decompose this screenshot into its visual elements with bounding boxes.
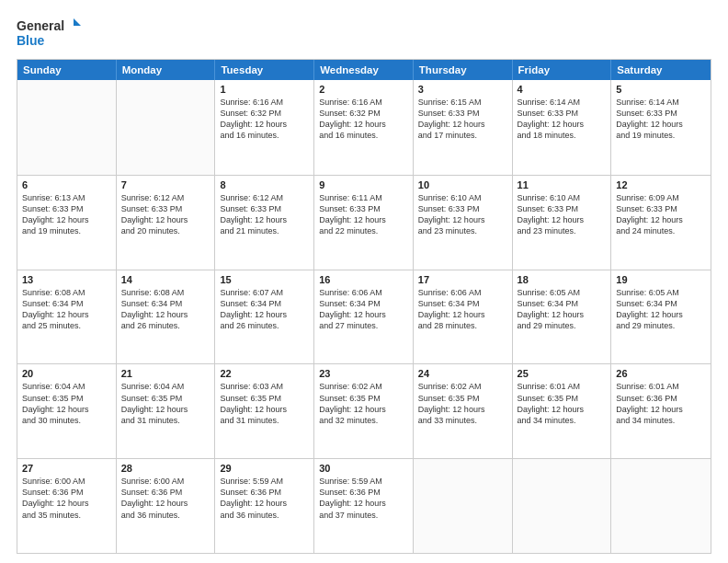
cell-info-line: Daylight: 12 hours	[616, 214, 706, 225]
cell-info-line: Sunrise: 6:06 AM	[418, 287, 507, 298]
day-number: 14	[121, 274, 210, 285]
calendar-page: General Blue SundayMondayTuesdayWednesda…	[0, 0, 728, 563]
calendar-cell-25: 25Sunrise: 6:01 AMSunset: 6:35 PMDayligh…	[513, 364, 612, 458]
cell-info-line: and 34 minutes.	[518, 415, 607, 426]
cell-info-line: Sunset: 6:33 PM	[319, 203, 408, 214]
day-number: 18	[518, 274, 607, 285]
cell-info-line: Sunrise: 6:02 AM	[418, 381, 507, 392]
calendar-cell-empty	[611, 459, 711, 553]
day-number: 8	[220, 179, 309, 190]
cell-info-line: Sunset: 6:33 PM	[22, 203, 111, 214]
cell-info-line: Daylight: 12 hours	[518, 309, 607, 320]
cell-info-line: Daylight: 12 hours	[418, 214, 507, 225]
cell-info-line: and 31 minutes.	[220, 415, 309, 426]
cell-info-line: and 27 minutes.	[319, 320, 408, 331]
calendar-row-3: 20Sunrise: 6:04 AMSunset: 6:35 PMDayligh…	[17, 363, 711, 458]
cell-info-line: Sunrise: 6:14 AM	[518, 97, 607, 108]
cell-info-line: Sunrise: 6:07 AM	[220, 287, 309, 298]
calendar-cell-24: 24Sunrise: 6:02 AMSunset: 6:35 PMDayligh…	[414, 364, 513, 458]
calendar: SundayMondayTuesdayWednesdayThursdayFrid…	[17, 59, 711, 554]
calendar-cell-22: 22Sunrise: 6:03 AMSunset: 6:35 PMDayligh…	[215, 364, 314, 458]
cell-info-line: Sunset: 6:34 PM	[616, 298, 706, 309]
cell-info-line: Sunset: 6:35 PM	[319, 393, 408, 404]
cell-info-line: and 24 minutes.	[616, 225, 706, 236]
day-number: 4	[518, 84, 607, 95]
calendar-cell-3: 3Sunrise: 6:15 AMSunset: 6:33 PMDaylight…	[414, 80, 513, 175]
cell-info-line: Daylight: 12 hours	[616, 309, 706, 320]
svg-text:Blue: Blue	[17, 33, 45, 48]
cell-info-line: Sunrise: 6:05 AM	[518, 287, 607, 298]
cell-info-line: Sunrise: 6:08 AM	[121, 287, 210, 298]
calendar-cell-12: 12Sunrise: 6:09 AMSunset: 6:33 PMDayligh…	[611, 176, 711, 270]
cell-info-line: Daylight: 12 hours	[418, 119, 507, 130]
cell-info-line: Sunrise: 5:59 AM	[319, 476, 408, 487]
calendar-cell-14: 14Sunrise: 6:08 AMSunset: 6:34 PMDayligh…	[117, 270, 216, 364]
cell-info-line: Daylight: 12 hours	[616, 404, 706, 415]
day-number: 29	[220, 463, 309, 474]
day-number: 25	[518, 368, 607, 379]
cell-info-line: and 36 minutes.	[220, 510, 309, 521]
cell-info-line: Sunrise: 5:59 AM	[220, 476, 309, 487]
calendar-cell-10: 10Sunrise: 6:10 AMSunset: 6:33 PMDayligh…	[414, 176, 513, 270]
cell-info-line: Sunset: 6:33 PM	[121, 203, 210, 214]
svg-text:General: General	[17, 18, 64, 33]
cell-info-line: and 26 minutes.	[121, 320, 210, 331]
calendar-cell-6: 6Sunrise: 6:13 AMSunset: 6:33 PMDaylight…	[17, 176, 117, 270]
cell-info-line: Daylight: 12 hours	[418, 309, 507, 320]
cell-info-line: Sunrise: 6:16 AM	[220, 97, 309, 108]
cell-info-line: Sunrise: 6:02 AM	[319, 381, 408, 392]
cell-info-line: Daylight: 12 hours	[121, 498, 210, 509]
cell-info-line: Sunset: 6:35 PM	[220, 393, 309, 404]
cell-info-line: and 33 minutes.	[418, 415, 507, 426]
cell-info-line: Daylight: 12 hours	[220, 214, 309, 225]
calendar-cell-20: 20Sunrise: 6:04 AMSunset: 6:35 PMDayligh…	[17, 364, 117, 458]
cell-info-line: Daylight: 12 hours	[616, 119, 706, 130]
logo: General Blue	[17, 17, 81, 50]
cell-info-line: Daylight: 12 hours	[22, 309, 111, 320]
cell-info-line: and 20 minutes.	[121, 225, 210, 236]
cell-info-line: and 19 minutes.	[616, 130, 706, 141]
cell-info-line: Sunset: 6:33 PM	[518, 203, 607, 214]
calendar-cell-13: 13Sunrise: 6:08 AMSunset: 6:34 PMDayligh…	[17, 270, 117, 364]
cell-info-line: and 16 minutes.	[319, 130, 408, 141]
day-number: 1	[220, 84, 309, 95]
day-number: 21	[121, 368, 210, 379]
calendar-cell-26: 26Sunrise: 6:01 AMSunset: 6:36 PMDayligh…	[611, 364, 711, 458]
logo-svg: General Blue	[17, 17, 81, 50]
cell-info-line: Sunrise: 6:05 AM	[616, 287, 706, 298]
cell-info-line: Sunset: 6:34 PM	[418, 298, 507, 309]
cell-info-line: and 25 minutes.	[22, 320, 111, 331]
cell-info-line: and 21 minutes.	[220, 225, 309, 236]
calendar-cell-9: 9Sunrise: 6:11 AMSunset: 6:33 PMDaylight…	[314, 176, 414, 270]
calendar-cell-18: 18Sunrise: 6:05 AMSunset: 6:34 PMDayligh…	[513, 270, 612, 364]
cell-info-line: and 26 minutes.	[220, 320, 309, 331]
day-header-wednesday: Wednesday	[314, 60, 414, 80]
calendar-cell-8: 8Sunrise: 6:12 AMSunset: 6:33 PMDaylight…	[215, 176, 314, 270]
calendar-cell-5: 5Sunrise: 6:14 AMSunset: 6:33 PMDaylight…	[611, 80, 711, 175]
calendar-cell-4: 4Sunrise: 6:14 AMSunset: 6:33 PMDaylight…	[513, 80, 612, 175]
cell-info-line: and 16 minutes.	[220, 130, 309, 141]
day-number: 20	[22, 368, 111, 379]
cell-info-line: and 35 minutes.	[22, 510, 111, 521]
cell-info-line: Sunrise: 6:10 AM	[518, 192, 607, 203]
cell-info-line: Sunrise: 6:11 AM	[319, 192, 408, 203]
cell-info-line: and 30 minutes.	[22, 415, 111, 426]
cell-info-line: Daylight: 12 hours	[319, 214, 408, 225]
cell-info-line: Daylight: 12 hours	[22, 498, 111, 509]
day-number: 10	[418, 179, 507, 190]
day-header-monday: Monday	[117, 60, 216, 80]
cell-info-line: Daylight: 12 hours	[319, 404, 408, 415]
calendar-cell-1: 1Sunrise: 6:16 AMSunset: 6:32 PMDaylight…	[215, 80, 314, 175]
calendar-body: 1Sunrise: 6:16 AMSunset: 6:32 PMDaylight…	[17, 80, 711, 553]
day-number: 22	[220, 368, 309, 379]
day-number: 17	[418, 274, 507, 285]
cell-info-line: Daylight: 12 hours	[220, 498, 309, 509]
cell-info-line: Sunset: 6:36 PM	[22, 487, 111, 498]
cell-info-line: Sunset: 6:34 PM	[121, 298, 210, 309]
cell-info-line: Sunset: 6:35 PM	[121, 393, 210, 404]
cell-info-line: Sunset: 6:34 PM	[220, 298, 309, 309]
cell-info-line: Sunset: 6:33 PM	[418, 108, 507, 119]
cell-info-line: Sunset: 6:34 PM	[518, 298, 607, 309]
cell-info-line: Sunset: 6:32 PM	[220, 108, 309, 119]
calendar-row-4: 27Sunrise: 6:00 AMSunset: 6:36 PMDayligh…	[17, 458, 711, 553]
